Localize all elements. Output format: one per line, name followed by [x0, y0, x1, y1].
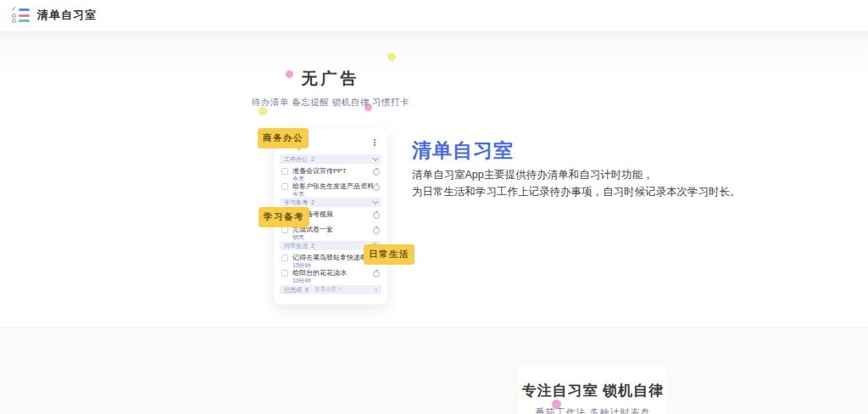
mock-todo-row: 准备会议宣传PPT 今天 — [274, 165, 387, 181]
todo-meta: 10分钟 — [292, 277, 373, 284]
logo-line — [19, 8, 30, 11]
timer-icon — [373, 169, 380, 176]
focus-title: 专注自习室 锁机自律 — [519, 381, 667, 400]
chevron-down-icon — [372, 199, 377, 204]
brand-title: 清单自习室 — [37, 8, 97, 23]
tag-business-office: 商务办公 — [258, 128, 309, 148]
app-name-heading: 清单自习室 — [412, 137, 514, 164]
mock-completed-bar: 已完成 6 查看全部 > › — [280, 285, 381, 294]
group-name: 日常生活 — [284, 242, 308, 250]
group-count: 2 — [311, 243, 314, 249]
kebab-menu-icon — [372, 137, 377, 148]
checkbox-icon — [281, 270, 288, 277]
timer-icon — [373, 212, 380, 219]
focus-section: 专注自习室 锁机自律 番茄工作法 多种计时表盘 — [0, 327, 868, 414]
tag-study-prep: 学习备考 — [259, 207, 309, 227]
chevron-down-icon — [372, 156, 377, 161]
focus-card: 专注自习室 锁机自律 番茄工作法 多种计时表盘 — [519, 365, 667, 414]
todo-meta: 15分钟 — [292, 262, 373, 269]
brand-home-link[interactable]: ✓ 清单自习室 — [12, 8, 97, 23]
mock-todo-row: 给客户张先生发送产品资料 今天 — [274, 181, 387, 196]
mock-group-header: 学习备考 2 — [280, 198, 381, 207]
page: ✓ 清单自习室 无广告 待办清单 备忘提醒 锁机自律 习惯打卡 — [0, 0, 868, 414]
chevron-right-icon: › — [375, 287, 377, 294]
app-description-line1: 清单自习室App主要提供待办清单和自习计时功能， — [412, 169, 654, 181]
logo-line — [19, 20, 30, 22]
check-icon: ✓ — [12, 8, 16, 11]
todo-meta: 明天 — [292, 234, 373, 241]
group-count: 2 — [311, 156, 314, 162]
view-all-link: 查看全部 > — [314, 286, 342, 294]
hero-subtitle: 待办清单 备忘提醒 锁机自律 习惯打卡 — [220, 97, 441, 109]
hero-title: 无广告 — [254, 68, 407, 90]
top-navigation-bar: ✓ 清单自习室 — [0, 0, 868, 31]
todo-title: 记得去菜鸟驿站拿快递啊 — [292, 254, 373, 261]
todo-title: 准备会议宣传PPT — [292, 167, 373, 175]
timer-icon — [373, 271, 380, 277]
decor-dot-yellow — [387, 53, 396, 61]
todo-meta: 今天 — [292, 176, 373, 182]
checkbox-icon — [281, 168, 288, 175]
todo-title: 给阳台的花花浇水 — [292, 269, 373, 277]
group-name: 学习备考 — [284, 199, 308, 207]
app-description-line2: 为日常生活和学习工作上记录待办事项，自习时候记录本次学习时长。 — [412, 186, 741, 198]
timer-icon — [373, 184, 380, 191]
completed-count: 6 — [305, 287, 309, 293]
todo-meta: 今天 — [292, 191, 373, 198]
tag-daily-life: 日常生活 — [364, 244, 415, 265]
checkbox-icon — [281, 255, 288, 261]
app-description: 清单自习室App主要提供待办清单和自习计时功能，为日常生活和学习工作上记录待办事… — [412, 166, 741, 200]
checklist-logo-icon: ✓ — [12, 8, 30, 23]
focus-subtitle: 番茄工作法 多种计时表盘 — [519, 406, 667, 414]
mock-todo-row: 给阳台的花花浇水 10分钟 — [274, 267, 387, 283]
completed-label: 已完成 — [284, 286, 302, 294]
group-count: 2 — [311, 199, 314, 205]
mock-group-header: 工作办公 2 — [280, 154, 381, 164]
group-name: 工作办公 — [284, 155, 308, 164]
checkbox-icon — [281, 227, 288, 233]
logo-line — [19, 14, 30, 17]
timer-icon — [373, 227, 380, 234]
hero-section: 无广告 待办清单 备忘提醒 锁机自律 习惯打卡 全部 工作办公 2 准备会议宣传… — [0, 31, 868, 327]
circle-icon — [12, 19, 16, 23]
circle-icon — [12, 14, 16, 18]
todo-title: 给客户张先生发送产品资料 — [292, 182, 373, 190]
checkbox-icon — [281, 183, 288, 190]
